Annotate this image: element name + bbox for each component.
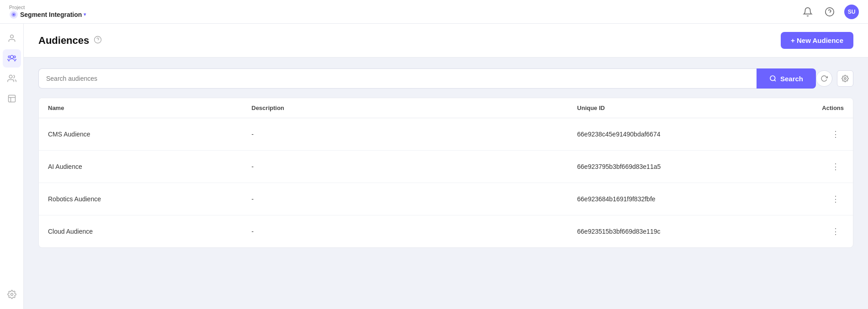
page-title: Audiences — [38, 35, 89, 47]
notifications-button[interactable] — [800, 5, 815, 19]
column-actions: Actions — [812, 98, 853, 118]
row-unique-id: 66e923684b1691f9f832fbfe — [568, 183, 812, 215]
sidebar-item-chart[interactable] — [3, 89, 21, 108]
column-name: Name — [39, 98, 243, 118]
svg-line-15 — [774, 80, 776, 81]
table-controls — [816, 70, 853, 87]
user-avatar[interactable]: SU — [844, 5, 859, 19]
top-nav: Project Segment Integration ▾ — [0, 0, 868, 24]
table-row: AI Audience - 66e923795b3bf669d83e11a5 ⋮ — [39, 151, 853, 183]
svg-point-2 — [13, 14, 15, 16]
svg-rect-10 — [8, 95, 15, 102]
table-row: Cloud Audience - 66e923515b3bf669d83e119… — [39, 215, 853, 248]
row-actions-button[interactable]: ⋮ — [828, 225, 844, 238]
settings-icon — [7, 290, 16, 299]
bell-icon — [803, 7, 813, 17]
svg-point-6 — [10, 55, 13, 58]
search-icon — [769, 75, 777, 82]
dropdown-icon[interactable]: ▾ — [84, 12, 86, 17]
row-actions: ⋮ — [812, 215, 853, 248]
table-row: CMS Audience - 66e9238c45e91490bdaf6674 … — [39, 118, 853, 151]
row-name: AI Audience — [39, 151, 243, 183]
search-input[interactable] — [38, 68, 757, 89]
analytics-icon — [7, 74, 16, 83]
row-actions-button[interactable]: ⋮ — [828, 160, 844, 173]
page-header: Audiences + New Audience — [24, 24, 868, 58]
svg-point-11 — [11, 293, 13, 296]
svg-point-8 — [8, 56, 10, 58]
page-help-icon[interactable] — [94, 36, 102, 46]
row-description: - — [243, 215, 568, 248]
help-button[interactable] — [822, 5, 837, 19]
row-actions: ⋮ — [812, 151, 853, 183]
svg-point-7 — [13, 56, 15, 58]
column-unique-id: Unique ID — [568, 98, 812, 118]
row-description: - — [243, 183, 568, 215]
project-name: Segment Integration — [20, 11, 82, 18]
user-icon — [7, 34, 16, 43]
refresh-button[interactable] — [816, 70, 832, 87]
svg-point-9 — [9, 75, 12, 79]
svg-point-5 — [10, 35, 13, 38]
search-row: Search — [38, 68, 853, 89]
row-actions: ⋮ — [812, 183, 853, 215]
nav-brand: Project Segment Integration ▾ — [9, 5, 86, 19]
content-area: Search — [24, 58, 868, 309]
project-label: Project — [9, 5, 86, 10]
column-settings-icon — [842, 75, 849, 82]
row-name: CMS Audience — [39, 118, 243, 151]
column-settings-button[interactable] — [837, 70, 853, 87]
row-actions-button[interactable]: ⋮ — [828, 192, 844, 206]
row-unique-id: 66e923795b3bf669d83e11a5 — [568, 151, 812, 183]
row-description: - — [243, 118, 568, 151]
svg-point-3 — [826, 7, 834, 16]
refresh-icon — [820, 75, 828, 82]
row-description: - — [243, 151, 568, 183]
audience-icon — [7, 54, 16, 63]
chart-icon — [7, 94, 16, 103]
new-audience-button[interactable]: + New Audience — [781, 32, 853, 49]
table-header-row: Name Description Unique ID Actions — [39, 98, 853, 118]
main-layout: Audiences + New Audience — [0, 24, 868, 309]
search-button[interactable]: Search — [757, 68, 816, 89]
row-name: Robotics Audience — [39, 183, 243, 215]
svg-point-12 — [95, 36, 101, 43]
project-title-row[interactable]: Segment Integration ▾ — [9, 10, 86, 19]
nav-actions: SU — [800, 5, 859, 19]
svg-point-14 — [770, 76, 775, 81]
column-description: Description — [243, 98, 568, 118]
row-unique-id: 66e923515b3bf669d83e119c — [568, 215, 812, 248]
question-icon — [825, 7, 835, 17]
svg-point-16 — [844, 78, 846, 79]
page-title-row: Audiences — [38, 35, 102, 47]
sidebar-item-audience[interactable] — [3, 49, 21, 68]
sidebar-item-settings[interactable] — [3, 285, 21, 304]
row-actions-button[interactable]: ⋮ — [828, 127, 844, 141]
row-name: Cloud Audience — [39, 215, 243, 248]
table-row: Robotics Audience - 66e923684b1691f9f832… — [39, 183, 853, 215]
logo-icon — [9, 10, 18, 19]
main-content: Audiences + New Audience — [24, 24, 868, 309]
row-unique-id: 66e9238c45e91490bdaf6674 — [568, 118, 812, 151]
sidebar-item-analytics[interactable] — [3, 69, 21, 88]
sidebar — [0, 24, 24, 309]
row-actions: ⋮ — [812, 118, 853, 151]
audiences-table: Name Description Unique ID Actions CMS A… — [38, 98, 853, 248]
sidebar-item-users[interactable] — [3, 29, 21, 47]
